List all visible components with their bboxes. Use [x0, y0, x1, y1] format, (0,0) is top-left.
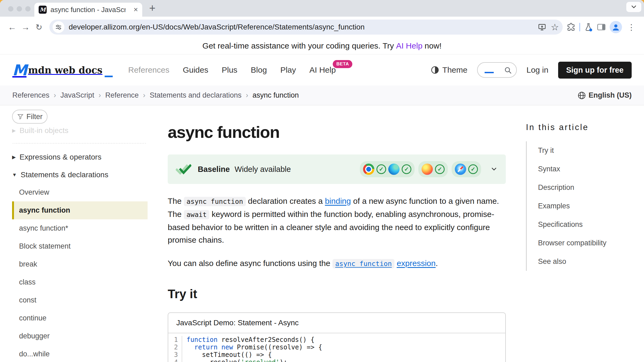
sidebar-section-built-in-objects[interactable]: Built-in objects: [12, 126, 148, 135]
breadcrumb-bar: References›JavaScript›Reference›Statemen…: [0, 86, 644, 105]
nav-item-play[interactable]: Play: [280, 65, 296, 75]
experiments-flask-icon[interactable]: [584, 23, 593, 32]
sidebar-item-async-function[interactable]: async function*: [12, 219, 148, 237]
breadcrumb-item-statements-and-declarations[interactable]: Statements and declarations: [150, 91, 241, 99]
nav-item-blog[interactable]: Blog: [251, 65, 267, 75]
chrome-edge-support-pill: [360, 161, 415, 177]
search-input[interactable]: [477, 62, 517, 78]
nav-item-label: Play: [280, 65, 296, 74]
nav-item-plus[interactable]: Plus: [222, 65, 237, 75]
article-main: async function Baseline Widely available: [168, 105, 506, 362]
baseline-expand-button[interactable]: [490, 165, 498, 173]
tab-overflow-chevron-button[interactable]: [626, 2, 641, 12]
tab-close-icon[interactable]: [134, 6, 138, 13]
link-binding[interactable]: binding: [325, 197, 351, 205]
breadcrumb-item-references[interactable]: References: [12, 91, 49, 99]
breadcrumb-item-reference[interactable]: Reference: [105, 91, 139, 99]
url-text[interactable]: developer.allizom.org/en-US/docs/Web/Jav…: [69, 23, 365, 31]
forward-button[interactable]: [19, 20, 32, 34]
demo-title: JavaScript Demo: Statement - Async: [168, 313, 505, 333]
theme-label: Theme: [442, 65, 467, 75]
profile-avatar[interactable]: [610, 21, 622, 33]
browser-toolbar: developer.allizom.org/en-US/docs/Web/Jav…: [0, 17, 644, 38]
reload-button[interactable]: [32, 20, 46, 34]
theme-toggle[interactable]: Theme: [431, 65, 467, 75]
toc-item-specifications[interactable]: Specifications: [538, 220, 583, 228]
sidebar-item-overview[interactable]: Overview: [12, 183, 148, 201]
maximize-window-button[interactable]: [25, 6, 31, 12]
sidebar-items: Overviewasync functionasync function*Blo…: [12, 183, 148, 362]
sidebar-item-do-while[interactable]: do...while: [12, 345, 148, 362]
expand-arrow-icon: [12, 128, 16, 134]
sidebar-item-const[interactable]: const: [12, 291, 148, 309]
side-panel-icon[interactable]: [597, 23, 606, 32]
firefox-supported-check-icon: [435, 164, 445, 174]
browser-support-icons: [360, 161, 498, 177]
close-window-button[interactable]: [8, 6, 13, 12]
nav-item-references[interactable]: References: [128, 65, 169, 75]
site-header: M mdn web docs ReferencesGuidesPlusBlogP…: [0, 54, 644, 86]
page-title: async function: [168, 123, 506, 142]
sidebar-item-break[interactable]: break: [12, 255, 148, 273]
new-tab-button[interactable]: [149, 2, 155, 14]
toc-item-see-also[interactable]: See also: [538, 257, 566, 265]
toc-item-examples[interactable]: Examples: [538, 202, 570, 210]
sidebar-item-continue[interactable]: continue: [12, 309, 148, 327]
toc-row: See also: [527, 252, 631, 271]
bookmark-star-icon[interactable]: [551, 23, 559, 32]
nav-item-ai-help[interactable]: AI HelpBETA: [309, 65, 336, 75]
toc-item-try-it[interactable]: Try it: [538, 146, 554, 154]
sidebar-item-async-function[interactable]: async function: [12, 201, 148, 219]
filter-funnel-icon: [17, 113, 24, 120]
sidebar-item-block-statement[interactable]: Block statement: [12, 237, 148, 255]
tab-title: async function - JavaScript |: [50, 6, 126, 14]
mdn-logo[interactable]: M mdn web docs: [12, 61, 113, 79]
toc-item-browser-compatibility[interactable]: Browser compatibility: [538, 239, 606, 247]
sidebar-section-statements-declarations[interactable]: Statements & declarations: [12, 171, 148, 179]
install-app-icon[interactable]: [538, 23, 546, 31]
baseline-logo-icon: [176, 163, 191, 175]
language-selector[interactable]: English (US): [577, 91, 632, 100]
sidebar-section-expressions-operators[interactable]: Expressions & operators: [12, 153, 148, 161]
toc-item-syntax[interactable]: Syntax: [538, 165, 560, 173]
toc-heading: In this article: [526, 123, 631, 132]
line-number: 4: [168, 359, 178, 362]
signup-button[interactable]: Sign up for free: [558, 62, 632, 79]
sidebar-item-class[interactable]: class: [12, 273, 148, 291]
expand-arrow-icon: [12, 154, 16, 160]
nav-item-guides[interactable]: Guides: [183, 65, 208, 75]
chevron-down-icon: [490, 165, 498, 173]
safari-supported-check-icon: [468, 164, 478, 174]
beta-badge: BETA: [333, 60, 352, 68]
code-editor[interactable]: 123456 function resolveAfter2Seconds() {…: [168, 333, 505, 362]
browser-menu-icon[interactable]: [626, 23, 637, 32]
minimize-window-button[interactable]: [17, 6, 22, 12]
text: You can also define async functions usin…: [168, 259, 332, 268]
browser-tab[interactable]: M async function - JavaScript |: [34, 3, 142, 17]
ai-help-promo-link[interactable]: AI Help: [396, 41, 422, 50]
line-number: 3: [168, 351, 178, 359]
breadcrumb-item-async-function[interactable]: async function: [253, 91, 299, 99]
main-navigation: ReferencesGuidesPlusBlogPlayAI HelpBETA: [128, 65, 336, 75]
toc-row: Specifications: [527, 215, 631, 234]
site-settings-icon[interactable]: [53, 21, 64, 33]
code-link-async-function[interactable]: async function: [332, 259, 394, 268]
login-link[interactable]: Log in: [526, 65, 548, 75]
language-label: English (US): [589, 91, 632, 99]
breadcrumb-item-javascript[interactable]: JavaScript: [60, 91, 94, 99]
tryit-heading: Try it: [168, 287, 506, 301]
nav-item-label: Blog: [251, 65, 267, 74]
extensions-puzzle-icon[interactable]: [566, 23, 576, 32]
toc-item-description[interactable]: Description: [538, 183, 574, 191]
sidebar-item-debugger[interactable]: debugger: [12, 327, 148, 345]
document-sidebar: Filter Built-in objectsExpressions & ope…: [12, 105, 148, 362]
link-expression[interactable]: expression: [397, 259, 436, 268]
back-button[interactable]: [5, 20, 19, 34]
code-lines[interactable]: function resolveAfter2Seconds() { return…: [182, 336, 322, 362]
search-icon[interactable]: [504, 66, 513, 75]
breadcrumb: References›JavaScript›Reference›Statemen…: [12, 91, 299, 99]
search-caret: [485, 72, 494, 73]
filter-label: Filter: [27, 113, 43, 121]
address-bar[interactable]: developer.allizom.org/en-US/docs/Web/Jav…: [49, 20, 563, 35]
sidebar-filter-button[interactable]: Filter: [12, 110, 47, 124]
